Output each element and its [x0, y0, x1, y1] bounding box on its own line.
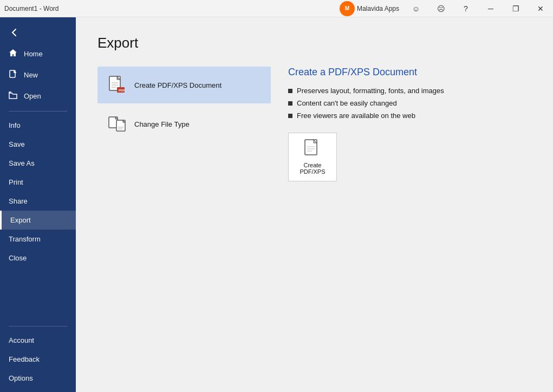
bullet-text-3: Free viewers are available on the web [297, 112, 415, 120]
export-options: PDF Create PDF/XPS Document [97, 67, 531, 363]
sidebar: Home New Open [0, 17, 76, 392]
minimize-button[interactable]: ─ [478, 0, 503, 17]
create-pdf-button-label: CreatePDF/XPS [300, 162, 325, 175]
sidebar-item-share[interactable]: Share [0, 192, 76, 211]
titlebar-right: M Malavida Apps ☺ ☹ ? ─ ❐ ✕ [335, 0, 553, 17]
page-title: Export [97, 35, 531, 51]
user-area[interactable]: M Malavida Apps [335, 1, 404, 16]
window-controls: ─ ❐ ✕ [478, 0, 553, 17]
create-pdf-button-icon [304, 139, 321, 159]
change-file-type-icon [107, 114, 127, 134]
sidebar-divider-top [9, 111, 67, 112]
titlebar-title: Document1 - Word [4, 5, 58, 12]
bullet-item-2: Content can't be easily changed [288, 99, 531, 107]
sidebar-item-save-as[interactable]: Save As [0, 154, 76, 173]
sidebar-item-home-label: Home [24, 50, 43, 58]
back-button[interactable] [0, 22, 76, 43]
detail-title: Create a PDF/XPS Document [288, 67, 531, 78]
bullet-text-1: Preserves layout, formatting, fonts, and… [297, 87, 444, 95]
detail-panel: Create a PDF/XPS Document Preserves layo… [271, 67, 531, 363]
sidebar-item-new[interactable]: New [0, 64, 76, 86]
close-button[interactable]: ✕ [528, 0, 553, 17]
user-avatar: M [340, 1, 355, 16]
sidebar-item-info[interactable]: Info [0, 116, 76, 135]
bullet-text-2: Content can't be easily changed [297, 99, 397, 107]
sidebar-item-export[interactable]: Export [0, 211, 76, 230]
titlebar-left: Document1 - Word [4, 5, 335, 12]
create-pdf-icon: PDF [107, 75, 127, 95]
detail-bullets: Preserves layout, formatting, fonts, and… [288, 87, 531, 120]
restore-button[interactable]: ❐ [503, 0, 528, 17]
smiley-button[interactable]: ☺ [404, 0, 428, 17]
bullet-square-2 [288, 101, 292, 106]
sidebar-item-save[interactable]: Save [0, 135, 76, 154]
svg-text:PDF: PDF [119, 89, 125, 92]
sidebar-item-print[interactable]: Print [0, 173, 76, 192]
sidebar-item-transform[interactable]: Transform [0, 230, 76, 249]
titlebar: Document1 - Word M Malavida Apps ☺ ☹ ? ─… [0, 0, 553, 17]
sidebar-item-account[interactable]: Account [0, 331, 76, 350]
sad-button[interactable]: ☹ [428, 0, 453, 17]
back-icon [9, 27, 19, 38]
sidebar-item-home[interactable]: Home [0, 43, 76, 64]
create-pdf-option[interactable]: PDF Create PDF/XPS Document [97, 67, 271, 103]
home-icon [9, 49, 18, 59]
sidebar-bottom: Account Feedback Options [0, 322, 76, 392]
change-file-type-label: Change File Type [134, 120, 190, 128]
sidebar-item-open-label: Open [24, 92, 41, 100]
sidebar-item-open[interactable]: Open [0, 86, 76, 107]
sidebar-item-close[interactable]: Close [0, 249, 76, 267]
open-icon [9, 91, 18, 101]
new-icon [9, 70, 18, 80]
sidebar-divider-bottom [9, 326, 67, 326]
sidebar-item-feedback[interactable]: Feedback [0, 350, 76, 369]
create-pdf-label: Create PDF/XPS Document [134, 81, 222, 89]
create-pdf-button[interactable]: CreatePDF/XPS [288, 133, 337, 181]
content-area: Export [76, 17, 553, 392]
bullet-square-1 [288, 89, 292, 93]
sidebar-item-new-label: New [24, 71, 38, 79]
bullet-square-3 [288, 114, 292, 118]
sidebar-item-options[interactable]: Options [0, 369, 76, 388]
help-button[interactable]: ? [453, 0, 478, 17]
app-container: Home New Open [0, 17, 553, 392]
change-file-type-option[interactable]: Change File Type [97, 106, 271, 142]
bullet-item-3: Free viewers are available on the web [288, 112, 531, 120]
options-list: PDF Create PDF/XPS Document [97, 67, 271, 363]
bullet-item-1: Preserves layout, formatting, fonts, and… [288, 87, 531, 95]
user-label: Malavida Apps [357, 5, 399, 12]
